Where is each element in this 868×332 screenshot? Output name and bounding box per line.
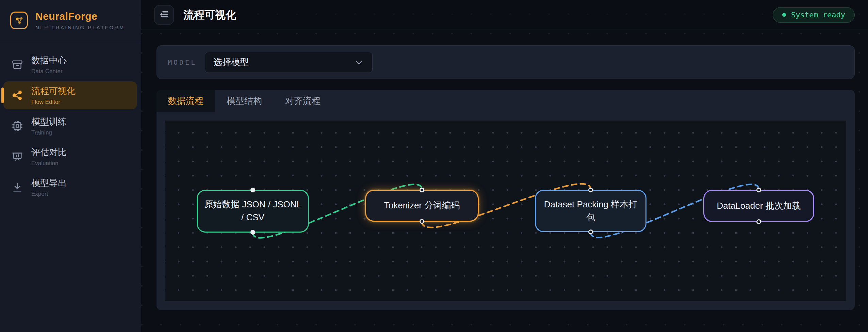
sidebar-item-evaluation[interactable]: 评估对比 Evaluation <box>3 143 137 171</box>
sidebar-item-sublabel: Flow Editor <box>31 99 76 106</box>
flow-node-dataloader[interactable]: DataLoader 批次加载 <box>703 190 814 222</box>
app-root: NeuralForge NLP TRAINING PLATFORM 数据中心 D… <box>0 0 868 332</box>
node-label: Dataset Packing 样本打包 <box>536 198 645 224</box>
active-indicator <box>1 88 4 103</box>
archive-icon <box>12 59 23 70</box>
node-handle-bottom[interactable] <box>420 219 424 224</box>
sidebar-item-training[interactable]: 模型训练 Training <box>3 112 137 140</box>
cpu-icon <box>12 120 23 132</box>
node-handle-top[interactable] <box>756 188 761 192</box>
sidebar: NeuralForge NLP TRAINING PLATFORM 数据中心 D… <box>0 0 141 332</box>
tab-bar: 数据流程 模型结构 对齐流程 <box>157 90 855 112</box>
brand-tagline: NLP TRAINING PLATFORM <box>35 25 125 30</box>
sidebar-item-sublabel: Export <box>31 191 67 197</box>
download-icon <box>12 181 23 193</box>
sidebar-item-label: 模型训练 <box>31 116 67 128</box>
node-handle-top[interactable] <box>250 188 255 192</box>
status-badge: System ready <box>773 7 855 23</box>
sidebar-item-flow-editor[interactable]: 流程可视化 Flow Editor <box>3 81 137 109</box>
sidebar-item-sublabel: Training <box>31 129 67 136</box>
flow-panel: 原始数据 JSON / JSONL / CSV Tokenizer 分词编码 D… <box>157 112 855 310</box>
main-area: 流程可视化 System ready MODEL 选择模型 <box>141 0 868 332</box>
page-title: 流程可视化 <box>183 8 236 22</box>
chevron-down-icon <box>354 57 364 67</box>
brand-logo-icon <box>10 12 28 29</box>
model-select[interactable]: 选择模型 <box>205 52 373 73</box>
sidebar-item-label: 流程可视化 <box>31 85 76 97</box>
model-select-value: 选择模型 <box>213 56 249 68</box>
flow-node-tokenizer[interactable]: Tokenizer 分词编码 <box>365 190 479 222</box>
node-label: Tokenizer 分词编码 <box>378 199 466 212</box>
sidebar-item-export[interactable]: 模型导出 Export <box>3 173 137 201</box>
sidebar-item-label: 评估对比 <box>31 146 67 158</box>
content: MODEL 选择模型 数据流程 模型结构 对齐流程 <box>141 30 868 332</box>
tab-alignment-flow[interactable]: 对齐流程 <box>274 90 332 112</box>
share-network-icon <box>12 90 23 101</box>
tab-data-flow[interactable]: 数据流程 <box>157 90 215 112</box>
sidebar-item-sublabel: Evaluation <box>31 160 67 167</box>
node-label: DataLoader 批次加载 <box>710 200 807 212</box>
sidebar-item-label: 数据中心 <box>31 54 67 66</box>
node-handle-top[interactable] <box>588 188 593 192</box>
presentation-icon <box>12 151 23 162</box>
flow-canvas[interactable]: 原始数据 JSON / JSONL / CSV Tokenizer 分词编码 D… <box>165 121 846 301</box>
sidebar-item-data-center[interactable]: 数据中心 Data Center <box>3 51 137 79</box>
status-text: System ready <box>791 11 845 19</box>
status-dot-icon <box>782 13 786 17</box>
node-handle-bottom[interactable] <box>588 230 593 234</box>
brand: NeuralForge NLP TRAINING PLATFORM <box>0 0 141 41</box>
model-label: MODEL <box>168 58 197 66</box>
model-bar: MODEL 选择模型 <box>157 45 855 79</box>
brand-name: NeuralForge <box>35 11 125 22</box>
sidebar-item-sublabel: Data Center <box>31 68 67 75</box>
flow-node-dataset-packing[interactable]: Dataset Packing 样本打包 <box>535 190 646 232</box>
node-label: 原始数据 JSON / JSONL / CSV <box>198 198 308 224</box>
sidebar-nav: 数据中心 Data Center 流程可视化 Flow Editor <box>0 41 141 211</box>
node-handle-top[interactable] <box>420 188 424 192</box>
sidebar-collapse-button[interactable] <box>154 5 174 25</box>
sidebar-item-label: 模型导出 <box>31 177 67 189</box>
topbar: 流程可视化 System ready <box>141 0 868 30</box>
node-handle-bottom[interactable] <box>756 219 761 224</box>
flow-node-raw-data[interactable]: 原始数据 JSON / JSONL / CSV <box>197 190 309 233</box>
tab-model-structure[interactable]: 模型结构 <box>215 90 274 112</box>
sidebar-collapse-icon <box>159 9 169 21</box>
node-handle-bottom[interactable] <box>250 230 255 235</box>
